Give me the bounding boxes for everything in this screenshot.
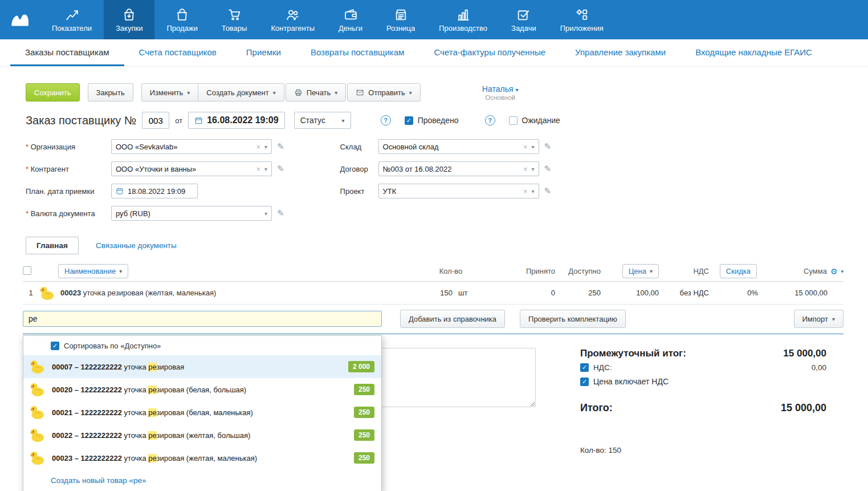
save-button[interactable]: Сохранить: [26, 83, 80, 102]
nav-tasks[interactable]: Задачи: [499, 0, 548, 39]
create-document-button[interactable]: Создать документ▾: [198, 83, 284, 102]
clear-icon[interactable]: ×: [523, 187, 528, 196]
edit-counterparty-icon[interactable]: ✎: [277, 164, 284, 174]
waiting-checkbox[interactable]: [509, 116, 517, 125]
chevron-down-icon: ▾: [273, 90, 276, 96]
edit-warehouse-icon[interactable]: ✎: [544, 141, 552, 152]
subnav-receivings[interactable]: Приемки: [231, 39, 296, 66]
tab-main[interactable]: Главная: [26, 237, 79, 254]
table-header: Наименование▾ Кол-во Принято Доступно Це…: [23, 261, 843, 282]
subnav-supplier-invoices[interactable]: Счета поставщиков: [124, 39, 231, 66]
document-number-input[interactable]: [142, 112, 169, 129]
project-field[interactable]: УТК ×▾: [378, 184, 539, 198]
search-result-item[interactable]: 00020 – 1222222222 уточка резировая (бел…: [23, 378, 381, 401]
warehouse-field[interactable]: Основной склад ×▾: [378, 139, 539, 154]
import-button[interactable]: Импорт▾: [794, 310, 843, 328]
contract-field[interactable]: №003 от 16.08.2022 ×▾: [378, 161, 539, 176]
currency-field[interactable]: руб (RUB) ▾: [111, 206, 272, 221]
select-all-checkbox[interactable]: [23, 266, 31, 275]
edit-project-icon[interactable]: ✎: [544, 186, 552, 196]
total-value: 15 000,00: [781, 402, 826, 414]
nav-money[interactable]: Деньги: [327, 0, 374, 39]
posted-checkbox[interactable]: [405, 116, 413, 125]
clear-icon[interactable]: ×: [523, 143, 528, 151]
tasks-icon: [516, 7, 531, 22]
chevron-down-icon: ▾: [832, 316, 835, 322]
chevron-down-icon[interactable]: ▾: [264, 144, 267, 150]
search-result-item[interactable]: 00007 – 1222222222 уточка резировая 2 00…: [23, 355, 381, 378]
app-logo[interactable]: [0, 0, 40, 39]
edit-currency-icon[interactable]: ✎: [277, 208, 284, 218]
product-duck-icon: [29, 382, 45, 397]
row-discount[interactable]: 0%: [711, 289, 759, 297]
nav-sales[interactable]: Продажи: [154, 0, 209, 39]
nav-purchases[interactable]: Закупки: [104, 0, 154, 39]
chevron-down-icon[interactable]: ▾: [264, 166, 267, 172]
current-user-menu[interactable]: Наталья ▾ Основной: [482, 84, 519, 101]
subnav-supplier-orders[interactable]: Заказы поставщикам: [10, 39, 124, 66]
search-result-item[interactable]: 00022 – 1222222222 уточка резировая (жел…: [23, 424, 381, 447]
nav-goods[interactable]: Товары: [210, 0, 259, 39]
available-badge: 250: [354, 429, 374, 441]
row-sum: 15 000,00: [759, 289, 843, 297]
product-duck-icon: [29, 427, 45, 443]
close-button[interactable]: Закрыть: [88, 83, 133, 102]
nav-indicators[interactable]: Показатели: [40, 0, 104, 39]
sort-by-available-checkbox[interactable]: [51, 342, 59, 350]
warehouse-label: Склад: [340, 143, 378, 151]
column-price-button[interactable]: Цена▾: [622, 264, 659, 278]
goods-icon: [227, 7, 242, 22]
nav-production[interactable]: Производство: [427, 0, 499, 39]
chevron-down-icon[interactable]: ▾: [264, 210, 267, 217]
row-qty[interactable]: 150: [390, 289, 453, 297]
vat-checkbox[interactable]: [580, 363, 589, 372]
waiting-label: Ожидание: [522, 116, 560, 125]
column-discount-button[interactable]: Скидка: [720, 264, 757, 278]
price-includes-vat-checkbox[interactable]: [580, 378, 589, 386]
edit-contract-icon[interactable]: ✎: [544, 164, 552, 174]
clear-icon[interactable]: ×: [256, 143, 260, 151]
create-new-product-link[interactable]: Создать новый товар «ре»: [51, 476, 146, 485]
columns-settings-icon[interactable]: ⚙: [830, 267, 838, 276]
tab-linked-documents[interactable]: Связанные документы: [96, 241, 177, 254]
edit-organization-icon[interactable]: ✎: [277, 141, 284, 152]
document-date-picker[interactable]: 16.08.2022 19:09: [188, 112, 284, 129]
form-left-column: Организация ООО «Sevkavlab» ×▾ ✎ Контраг…: [26, 139, 284, 221]
product-search-input[interactable]: [23, 311, 382, 327]
subnav-purchase-management[interactable]: Управление закупками: [560, 39, 680, 66]
organization-field[interactable]: ООО «Sevkavlab» ×▾: [111, 139, 272, 154]
clear-icon[interactable]: ×: [523, 165, 528, 173]
waiting-help-icon[interactable]: ?: [485, 115, 495, 125]
status-select[interactable]: Статус▾: [294, 112, 351, 129]
search-result-item[interactable]: 00023 – 1222222222 уточка резировая (жел…: [23, 447, 381, 469]
available-badge: 250: [354, 452, 374, 464]
calendar-icon: [194, 116, 203, 125]
chevron-down-icon[interactable]: ▾: [841, 269, 843, 274]
edit-button[interactable]: Изменить▾: [141, 83, 199, 102]
clear-icon[interactable]: ×: [256, 165, 260, 173]
nav-apps[interactable]: Приложения: [548, 0, 616, 39]
table-row[interactable]: 1 00023 уточка резировая (желтая, малень…: [23, 282, 843, 305]
row-price[interactable]: 100,00: [603, 289, 661, 297]
chevron-down-icon[interactable]: ▾: [532, 144, 535, 150]
print-button[interactable]: Печать▾: [286, 83, 347, 102]
nav-label: Приложения: [560, 24, 604, 33]
match-highlight: ре: [148, 363, 156, 371]
nav-contractors[interactable]: Контрагенты: [259, 0, 327, 39]
posted-label: Проведено: [418, 116, 459, 125]
posted-help-icon[interactable]: ?: [381, 115, 391, 125]
subnav-supplier-returns[interactable]: Возвраты поставщикам: [296, 39, 419, 66]
chevron-down-icon[interactable]: ▾: [532, 166, 535, 172]
search-result-item[interactable]: 00021 – 1222222222 уточка резировая (бел…: [23, 401, 381, 424]
counterparty-field[interactable]: ООО «Уточки и ванны» ×▾: [111, 161, 272, 176]
send-button[interactable]: Отправить▾: [347, 83, 421, 102]
subnav-egais-incoming[interactable]: Входящие накладные ЕГАИС: [680, 39, 827, 66]
add-from-catalog-button[interactable]: Добавить из справочника: [400, 310, 505, 328]
column-name-button[interactable]: Наименование▾: [58, 264, 128, 278]
plan-date-field[interactable]: 18.08.2022 19:09: [111, 184, 198, 198]
calendar-icon: [116, 187, 124, 195]
nav-retail[interactable]: Розница: [374, 0, 427, 39]
chevron-down-icon[interactable]: ▾: [532, 188, 535, 194]
check-kit-button[interactable]: Проверить комплектацию: [520, 310, 626, 328]
subnav-received-vat-invoices[interactable]: Счета-фактуры полученные: [419, 39, 560, 66]
